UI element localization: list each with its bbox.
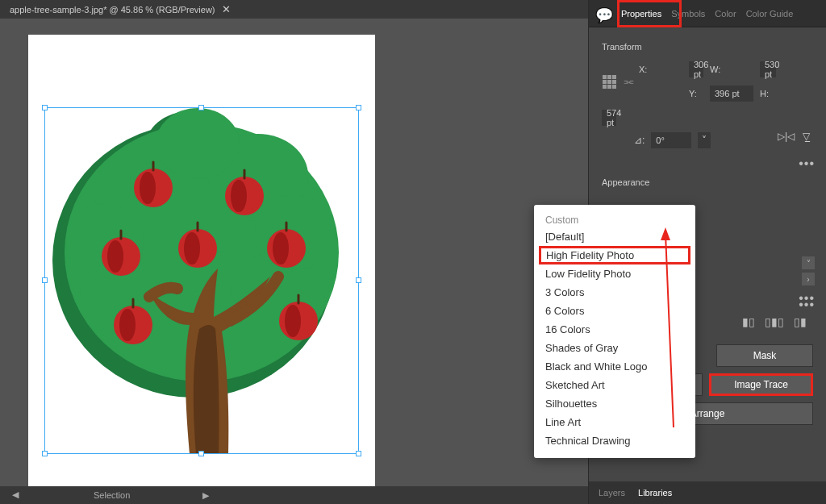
- preset-3-colors[interactable]: 3 Colors: [534, 283, 695, 302]
- resize-handle-se[interactable]: [356, 451, 361, 456]
- y-input[interactable]: 396 pt: [710, 85, 753, 102]
- appearance-expand-icon[interactable]: ›: [802, 273, 815, 285]
- align-more-icon[interactable]: •••: [799, 291, 815, 306]
- preset-high-fidelity-photo[interactable]: High Fidelity Photo: [539, 246, 690, 264]
- transform-section-title: Transform: [602, 42, 813, 52]
- preset-line-art[interactable]: Line Art: [534, 413, 695, 431]
- image-trace-presets-menu[interactable]: Custom [Default] High Fidelity Photo Low…: [534, 205, 695, 458]
- resize-handle-w[interactable]: [42, 277, 48, 283]
- tab-color[interactable]: Color: [715, 9, 736, 19]
- properties-panel: 💬 Properties Symbols Color Color Guide T…: [588, 0, 826, 504]
- appearance-dropdown-icon[interactable]: ˅: [802, 256, 815, 269]
- preset-6-colors[interactable]: 6 Colors: [534, 302, 695, 320]
- resize-handle-n[interactable]: [198, 105, 204, 110]
- tab-libraries[interactable]: Libraries: [638, 488, 672, 498]
- preset-technical-drawing[interactable]: Technical Drawing: [534, 431, 695, 450]
- preset-silhouettes[interactable]: Silhouettes: [534, 394, 695, 413]
- tab-color-guide[interactable]: Color Guide: [746, 9, 794, 19]
- panel-tab-bar: 💬 Properties Symbols Color Color Guide: [589, 0, 826, 27]
- resize-handle-e[interactable]: [356, 277, 361, 283]
- canvas[interactable]: [0, 19, 588, 486]
- status-bar: ◀ Selection ▶: [0, 486, 588, 504]
- h-label: H:: [760, 89, 776, 98]
- artboard[interactable]: [28, 35, 375, 486]
- h-input[interactable]: 574 pt: [602, 110, 616, 126]
- current-tool-label: Selection: [94, 490, 130, 500]
- resize-handle-sw[interactable]: [42, 451, 48, 456]
- x-input[interactable]: 306 pt: [689, 61, 703, 77]
- document-tab-bar: apple-tree-sample-3.jpg* @ 45.86 % (RGB/…: [0, 0, 588, 19]
- tab-layers[interactable]: Layers: [599, 488, 625, 498]
- close-tab-icon[interactable]: ✕: [222, 3, 231, 15]
- preset-black-and-white-logo[interactable]: Black and White Logo: [534, 357, 695, 376]
- document-tab[interactable]: apple-tree-sample-3.jpg* @ 45.86 % (RGB/…: [10, 3, 231, 15]
- preset-sketched-art[interactable]: Sketched Art: [534, 376, 695, 394]
- annotation-properties-highlight: [617, 0, 682, 27]
- nav-left-icon[interactable]: ◀: [10, 489, 21, 501]
- preset-shades-of-gray[interactable]: Shades of Gray: [534, 339, 695, 357]
- image-trace-button[interactable]: Image Trace: [709, 373, 813, 396]
- resize-handle-s[interactable]: [198, 451, 204, 456]
- appearance-section-title: Appearance: [602, 177, 813, 187]
- constrain-proportions-icon[interactable]: ⫘: [623, 75, 632, 88]
- preset-default[interactable]: [Default]: [534, 227, 695, 246]
- angle-input[interactable]: 0°: [651, 132, 691, 148]
- selection-bounds[interactable]: [44, 107, 359, 454]
- align-left-icon[interactable]: ▮▯: [742, 315, 755, 328]
- y-label: Y:: [689, 89, 703, 98]
- bottom-panel-tabs: Layers Libraries: [589, 481, 826, 504]
- angle-dropdown[interactable]: ˅: [698, 132, 711, 148]
- w-label: W:: [710, 65, 753, 74]
- flip-horizontal-icon[interactable]: ▷|◁: [778, 131, 795, 142]
- transform-more-icon[interactable]: •••: [799, 156, 815, 171]
- preset-category: Custom: [534, 213, 695, 227]
- angle-label: ⊿:: [634, 135, 645, 146]
- mask-button[interactable]: Mask: [716, 344, 813, 367]
- preset-16-colors[interactable]: 16 Colors: [534, 320, 695, 339]
- document-tab-title: apple-tree-sample-3.jpg* @ 45.86 % (RGB/…: [10, 5, 215, 15]
- resize-handle-ne[interactable]: [356, 105, 361, 110]
- feedback-icon[interactable]: 💬: [595, 6, 613, 24]
- align-center-icon[interactable]: ▯▮▯: [765, 315, 784, 328]
- play-icon[interactable]: ▶: [202, 490, 209, 501]
- preset-low-fidelity-photo[interactable]: Low Fidelity Photo: [534, 264, 695, 283]
- w-input[interactable]: 530 pt: [760, 61, 776, 77]
- reference-point-grid[interactable]: [602, 72, 616, 91]
- align-right-icon[interactable]: ▯▮: [794, 315, 807, 328]
- resize-handle-nw[interactable]: [42, 105, 48, 110]
- x-label: X:: [639, 65, 682, 74]
- flip-vertical-icon[interactable]: ▽̲: [803, 131, 810, 142]
